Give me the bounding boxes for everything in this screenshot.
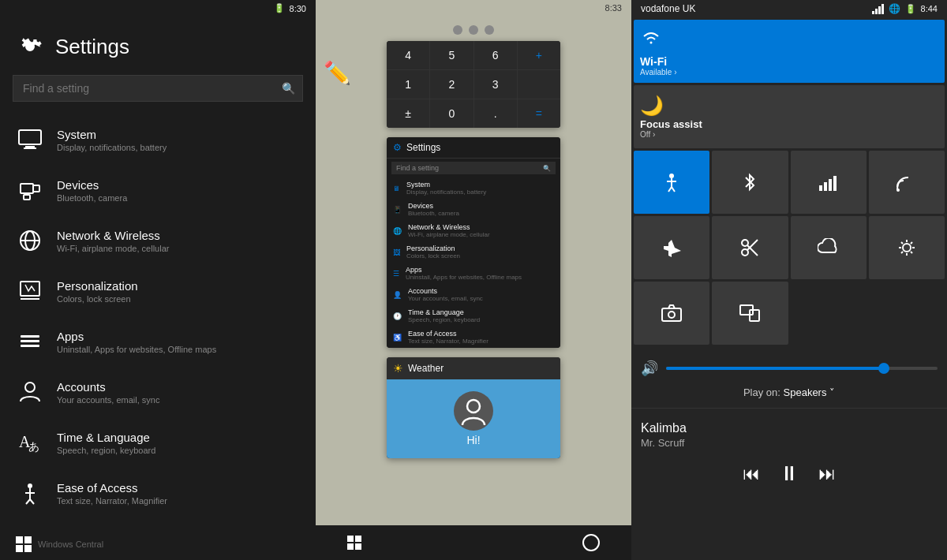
mini-network-icon: 🌐 bbox=[393, 227, 402, 235]
mini-item-network[interactable]: 🌐 Network & Wireless Wi-Fi, airplane mod… bbox=[387, 220, 560, 241]
cloud-tile[interactable] bbox=[791, 216, 867, 279]
signal-bars bbox=[872, 4, 884, 14]
cast-tile[interactable] bbox=[869, 151, 945, 214]
mini-time-icon: 🕐 bbox=[393, 312, 402, 320]
personalization-title: Personalization bbox=[57, 279, 138, 293]
mini-item-devices[interactable]: 📱 Devices Bluetooth, camera bbox=[387, 199, 560, 220]
media-track: Kalimba bbox=[641, 421, 938, 435]
mini-item-personalization[interactable]: 🖼 Personalization Colors, lock screen bbox=[387, 241, 560, 263]
mini-search[interactable]: Find a setting 🔍 bbox=[391, 162, 556, 174]
mini-personalization-text: Personalization Colors, lock screen bbox=[406, 245, 460, 259]
search-input[interactable] bbox=[13, 75, 303, 102]
prev-button[interactable]: ⏮ bbox=[743, 464, 760, 484]
mini-settings-header: ⚙ Settings bbox=[387, 137, 560, 159]
airplane-tile[interactable] bbox=[634, 216, 709, 279]
next-button[interactable]: ⏭ bbox=[818, 464, 836, 484]
mini-item-system[interactable]: 🖥 System Display, notifications, battery bbox=[387, 177, 560, 199]
accessibility-tile[interactable] bbox=[634, 151, 709, 214]
devices-subtitle: Bluetooth, camera bbox=[57, 193, 127, 203]
mini-item-apps[interactable]: ☰ Apps Uninstall, Apps for websites, Off… bbox=[387, 263, 560, 284]
calc-btn-dot[interactable]: . bbox=[474, 99, 517, 128]
focus-tile-icon: 🌙 bbox=[640, 95, 664, 117]
mini-search-text: Find a setting bbox=[396, 164, 439, 172]
pause-button[interactable]: ⏸ bbox=[779, 461, 799, 486]
bluetooth-tile[interactable] bbox=[712, 151, 788, 214]
bar-1 bbox=[872, 11, 874, 14]
time-title: Time & Language bbox=[57, 431, 155, 444]
svg-text:あ: あ bbox=[28, 441, 39, 453]
scissors-tile[interactable] bbox=[712, 216, 788, 279]
camera-tile[interactable] bbox=[634, 282, 709, 345]
calc-btn-plus[interactable]: + bbox=[518, 41, 560, 69]
svg-rect-28 bbox=[819, 185, 822, 191]
action-time: 8:44 bbox=[921, 4, 938, 13]
svg-line-21 bbox=[30, 499, 34, 504]
mini-item-ease[interactable]: ♿ Ease of Access Text size, Narrator, Ma… bbox=[387, 327, 560, 348]
settings-item-network[interactable]: Network & Wireless Wi-Fi, airplane mode,… bbox=[0, 215, 316, 266]
apps-icon bbox=[16, 327, 44, 356]
weather-content: Hi! bbox=[387, 379, 560, 458]
volume-slider-track[interactable] bbox=[666, 367, 938, 370]
settings-search-container[interactable]: 🔍 bbox=[13, 75, 303, 102]
ease-subtitle: Text size, Narrator, Magnifier bbox=[57, 496, 167, 506]
settings-item-system[interactable]: System Display, notifications, battery bbox=[0, 114, 316, 165]
accounts-title: Accounts bbox=[57, 380, 159, 394]
play-on-section: Play on: Speakers ˅ bbox=[631, 383, 947, 408]
mini-devices-icon: 📱 bbox=[393, 206, 402, 214]
settings-item-time[interactable]: A あ Time & Language Speech, region, keyb… bbox=[0, 417, 316, 468]
empty-tile-2 bbox=[869, 282, 945, 345]
focus-tile[interactable]: 🌙 Focus assist Off › bbox=[634, 85, 945, 148]
settings-item-accounts[interactable]: Accounts Your accounts, email, sync bbox=[0, 367, 316, 417]
calc-btn-2[interactable]: 2 bbox=[430, 70, 473, 99]
mini-search-icon: 🔍 bbox=[543, 165, 551, 172]
devices-title: Devices bbox=[57, 178, 127, 192]
calc-btn-plusminus[interactable]: ± bbox=[387, 99, 429, 128]
calc-btn-0[interactable]: 0 bbox=[430, 99, 473, 128]
svg-rect-30 bbox=[829, 179, 832, 191]
calc-btn-3[interactable]: 3 bbox=[474, 70, 517, 99]
mini-system-icon: 🖥 bbox=[393, 185, 400, 192]
display-tile[interactable] bbox=[712, 282, 788, 345]
gear-tile[interactable] bbox=[869, 216, 945, 279]
svg-point-22 bbox=[467, 400, 480, 413]
back-button[interactable] bbox=[582, 534, 600, 551]
phone-status-bar: 8:33 bbox=[316, 0, 631, 16]
svg-rect-2 bbox=[24, 147, 36, 149]
settings-item-devices[interactable]: Devices Bluetooth, camera bbox=[0, 165, 316, 215]
windows-button[interactable] bbox=[347, 536, 361, 550]
calc-btn-eq[interactable]: = bbox=[518, 99, 560, 128]
battery-status: 🔋 bbox=[905, 4, 916, 14]
system-icon bbox=[16, 125, 44, 154]
system-subtitle: Display, notifications, battery bbox=[57, 143, 167, 152]
calc-btn-5[interactable]: 5 bbox=[430, 41, 473, 69]
network-icon bbox=[16, 226, 44, 255]
settings-item-apps[interactable]: Apps Uninstall, Apps for websites, Offli… bbox=[0, 316, 316, 367]
settings-gear-icon bbox=[16, 32, 44, 61]
calc-btn-6[interactable]: 6 bbox=[474, 41, 517, 69]
status-right: 🌐 🔋 8:44 bbox=[872, 3, 938, 14]
phone-taskbar bbox=[316, 525, 631, 560]
svg-rect-1 bbox=[25, 146, 35, 147]
mini-item-time[interactable]: 🕐 Time & Language Speech, region, keyboa… bbox=[387, 305, 560, 327]
calc-btn-empty[interactable] bbox=[518, 70, 560, 99]
play-on-label: Play on: bbox=[743, 386, 784, 398]
settings-header: Settings bbox=[0, 17, 316, 69]
calc-btn-1[interactable]: 1 bbox=[387, 70, 429, 99]
wifi-status-icon: 🌐 bbox=[889, 3, 900, 14]
weather-sun-icon: ☀ bbox=[393, 362, 403, 375]
svg-rect-3 bbox=[21, 184, 33, 193]
mini-network-text: Network & Wireless Wi-Fi, airplane mode,… bbox=[408, 223, 490, 238]
weather-card: ☀ Weather Hi! bbox=[387, 357, 560, 458]
wifi-tile-sub: Available › bbox=[640, 68, 677, 77]
settings-item-personalization[interactable]: Personalization Colors, lock screen bbox=[0, 266, 316, 316]
play-on-device[interactable]: Speakers ˅ bbox=[784, 386, 836, 398]
calc-btn-4[interactable]: 4 bbox=[387, 41, 429, 69]
wifi-tile[interactable]: Wi-Fi Available › bbox=[634, 20, 945, 83]
signal-tile[interactable] bbox=[791, 151, 867, 214]
mini-personal-icon: 🖼 bbox=[393, 248, 400, 256]
volume-icon: 🔊 bbox=[641, 360, 658, 377]
svg-point-37 bbox=[903, 244, 911, 252]
pencil-icon: ✏️ bbox=[324, 60, 351, 86]
mini-item-accounts[interactable]: 👤 Accounts Your accounts, email, sync bbox=[387, 284, 560, 305]
settings-item-ease[interactable]: Ease of Access Text size, Narrator, Magn… bbox=[0, 468, 316, 518]
